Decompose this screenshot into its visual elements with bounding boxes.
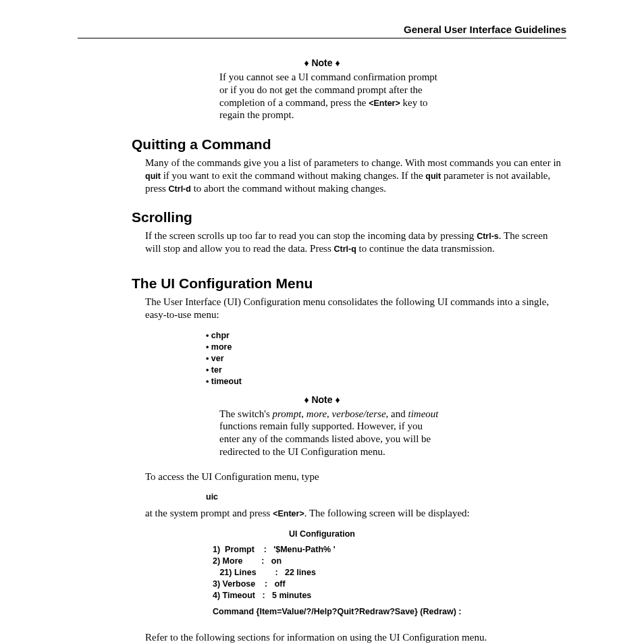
- uic-command: uic: [206, 492, 566, 502]
- note-body: If you cannot see a UI command confirmat…: [219, 71, 445, 122]
- cmd-item: more: [206, 342, 566, 353]
- running-header: General User Interface Guidelines: [78, 24, 566, 38]
- i: more: [306, 408, 327, 419]
- heading-uiconfig: The UI Configuration Menu: [132, 275, 566, 292]
- body-access: To access the UI Configuration menu, typ…: [145, 471, 566, 483]
- command-list: chpr more ver ter timeout: [206, 330, 566, 387]
- t: to abort the command without making chan…: [191, 183, 386, 194]
- note-label: ♦ Note ♦: [78, 57, 566, 68]
- cmd-item: chpr: [206, 330, 566, 342]
- t: . The following screen will be displayed…: [304, 508, 470, 518]
- i: verbose/terse: [332, 408, 386, 419]
- enter-key-2: <Enter>: [273, 509, 304, 518]
- note-body-2: The switch's prompt, more, verbose/terse…: [219, 408, 445, 458]
- cmd-item: ter: [206, 365, 566, 376]
- body-refer: Refer to the following sections for info…: [145, 631, 566, 644]
- ctrl-q: Ctrl-q: [334, 244, 356, 254]
- t: , and: [386, 408, 408, 419]
- i: timeout: [408, 408, 439, 419]
- t: Many of the commands give you a list of …: [145, 157, 561, 168]
- ctrl-s: Ctrl-s: [477, 232, 499, 241]
- body-after-uic: at the system prompt and press <Enter>. …: [145, 507, 566, 520]
- body-quitting: Many of the commands give you a list of …: [145, 157, 565, 194]
- heading-scrolling: Scrolling: [132, 209, 566, 225]
- screen-output: 1) Prompt : '$Menu-Path% ' 2) More : on …: [213, 544, 566, 601]
- t: at the system prompt and press: [145, 508, 273, 518]
- screen-title: UI Configuration: [78, 529, 566, 539]
- quit-cmd-2: quit: [425, 171, 441, 181]
- quit-cmd: quit: [145, 171, 161, 181]
- heading-quitting: Quitting a Command: [132, 136, 566, 153]
- t: ,: [301, 408, 306, 419]
- body-scrolling: If the screen scrolls up too far to read…: [145, 230, 565, 255]
- t: ,: [327, 408, 332, 419]
- cmd-item: timeout: [206, 376, 566, 387]
- t: functions remain fully supported. Howeve…: [219, 421, 431, 457]
- note-label-2: ♦ Note ♦: [78, 394, 566, 405]
- i: prompt: [273, 408, 302, 419]
- t: if you want to exit the command without …: [161, 170, 425, 181]
- t: to continue the data transmission.: [356, 243, 495, 254]
- enter-key: <Enter>: [369, 99, 400, 108]
- page: General User Interface Guidelines ♦ Note…: [0, 0, 644, 644]
- t: If the screen scrolls up too far to read…: [145, 230, 477, 241]
- cmd-item: ver: [206, 353, 566, 365]
- body-uiconfig-intro: The User Interface (UI) Configuration me…: [145, 296, 566, 321]
- t: The switch's: [219, 408, 273, 419]
- screen-command-line: Command {Item=Value/?/Help?Quit?Redraw?S…: [213, 607, 566, 616]
- ctrl-d: Ctrl-d: [169, 184, 191, 194]
